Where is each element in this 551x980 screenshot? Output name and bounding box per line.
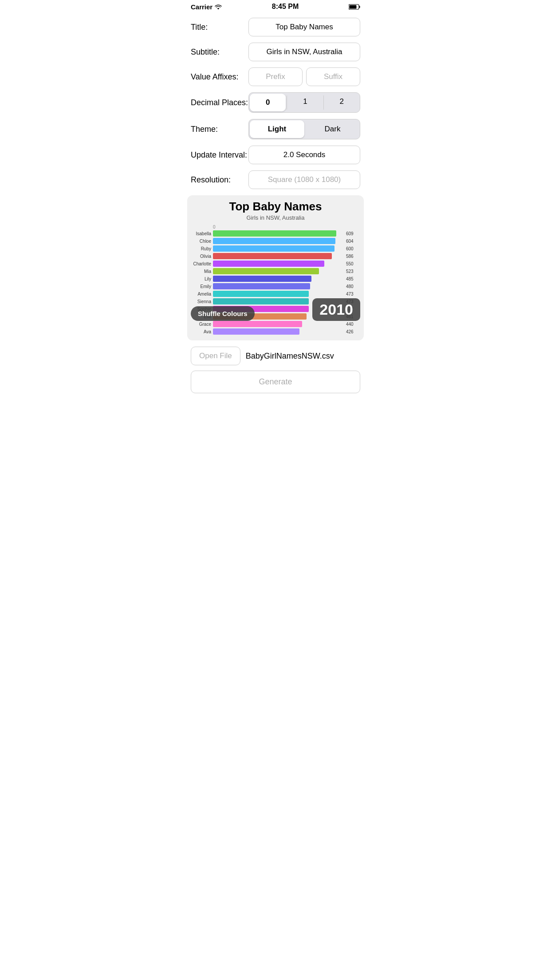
subtitle-label: Subtitle: xyxy=(191,47,248,57)
bar-value: 523 xyxy=(346,269,358,274)
decimal-option-0[interactable]: 0 xyxy=(250,94,286,111)
bar-label: Charlotte xyxy=(190,261,213,266)
bar-label: Lily xyxy=(190,277,213,281)
battery-icon xyxy=(349,4,360,10)
update-interval-row: Update Interval: xyxy=(191,146,360,164)
generate-button[interactable]: Generate xyxy=(191,371,360,393)
bar-track xyxy=(213,283,345,289)
bar-value: 440 xyxy=(346,322,358,327)
carrier-wifi: Carrier xyxy=(191,3,222,11)
update-interval-input[interactable] xyxy=(248,146,360,164)
bar-row: Amelia 473 xyxy=(190,291,358,297)
bar-row: Ava 426 xyxy=(190,328,358,335)
resolution-row: Resolution: xyxy=(191,170,360,189)
bar-fill xyxy=(213,298,309,304)
year-badge: 2010 xyxy=(312,298,360,321)
bar-row: Mia 523 xyxy=(190,268,358,274)
filename-label: BabyGirlNamesNSW.csv xyxy=(246,352,334,361)
bar-track xyxy=(213,253,345,259)
decimal-option-1[interactable]: 1 xyxy=(287,93,323,112)
affixes-row: Value Affixes: Prefix Suffix xyxy=(191,67,360,86)
bar-track xyxy=(213,245,345,252)
decimal-row: Decimal Places: 0 1 2 xyxy=(191,92,360,113)
theme-dark-button[interactable]: Dark xyxy=(305,119,360,139)
bar-fill xyxy=(213,261,324,267)
decimal-segmented: 0 1 2 xyxy=(248,92,360,113)
status-bar: Carrier 8:45 PM xyxy=(184,0,367,12)
generate-row: Generate xyxy=(184,368,367,402)
bar-fill xyxy=(213,328,299,335)
bar-track xyxy=(213,230,345,237)
bar-row: Charlotte 550 xyxy=(190,261,358,267)
bar-fill xyxy=(213,245,335,252)
bar-value: 550 xyxy=(346,261,358,266)
affixes-controls: Prefix Suffix xyxy=(248,67,360,86)
bar-track xyxy=(213,238,345,244)
chart-subtitle: Girls in NSW, Australia xyxy=(190,214,361,221)
resolution-input[interactable] xyxy=(248,170,360,189)
subtitle-row: Subtitle: xyxy=(191,43,360,61)
subtitle-input[interactable] xyxy=(248,43,360,61)
suffix-button[interactable]: Suffix xyxy=(306,67,360,86)
bar-row: Isabella 609 xyxy=(190,230,358,237)
bar-value: 586 xyxy=(346,254,358,259)
bar-fill xyxy=(213,283,310,289)
bar-row: Ruby 600 xyxy=(190,245,358,252)
bar-value: 426 xyxy=(346,329,358,334)
bar-value: 473 xyxy=(346,292,358,296)
bar-fill xyxy=(213,321,302,327)
bar-row: Grace 440 xyxy=(190,321,358,327)
chart-preview: Top Baby Names Girls in NSW, Australia 0… xyxy=(187,195,364,340)
title-input[interactable] xyxy=(248,18,360,36)
bar-row: Emily 480 xyxy=(190,283,358,289)
bottom-row: Open File BabyGirlNamesNSW.csv xyxy=(184,340,367,368)
bar-fill xyxy=(213,276,311,282)
bar-fill xyxy=(213,238,335,244)
theme-label: Theme: xyxy=(191,125,248,134)
open-file-button[interactable]: Open File xyxy=(191,347,240,365)
status-time: 8:45 PM xyxy=(272,3,299,11)
resolution-label: Resolution: xyxy=(191,175,248,185)
decimal-option-2[interactable]: 2 xyxy=(324,93,360,112)
bar-value: 604 xyxy=(346,239,358,244)
bar-fill xyxy=(213,230,336,237)
bar-label: Olivia xyxy=(190,254,213,259)
bar-value: 480 xyxy=(346,284,358,289)
decimal-label: Decimal Places: xyxy=(191,98,248,107)
bar-fill xyxy=(213,291,309,297)
bar-label: Sienna xyxy=(190,299,213,304)
bar-label: Emily xyxy=(190,284,213,289)
theme-light-button[interactable]: Light xyxy=(250,120,304,138)
settings-form: Title: Subtitle: Value Affixes: Prefix S… xyxy=(184,12,367,189)
bar-label: Grace xyxy=(190,322,213,327)
bar-label: Ruby xyxy=(190,246,213,251)
update-interval-label: Update Interval: xyxy=(191,150,248,160)
bar-value: 600 xyxy=(346,246,358,251)
chart-title: Top Baby Names xyxy=(190,200,361,213)
bar-fill xyxy=(213,268,319,274)
bar-label: Chloe xyxy=(190,239,213,244)
bar-label: Isabella xyxy=(190,231,213,236)
title-row: Title: xyxy=(191,18,360,36)
prefix-button[interactable]: Prefix xyxy=(248,67,303,86)
theme-row: Theme: Light Dark xyxy=(191,119,360,139)
bar-fill xyxy=(213,253,332,259)
shuffle-colours-button[interactable]: Shuffle Colours xyxy=(191,306,255,321)
bar-track xyxy=(213,291,345,297)
svg-rect-2 xyxy=(349,5,356,8)
bar-value: 609 xyxy=(346,231,358,236)
bar-track xyxy=(213,268,345,274)
wifi-icon xyxy=(215,4,222,9)
bar-track xyxy=(213,321,345,327)
affixes-label: Value Affixes: xyxy=(191,72,248,82)
title-label: Title: xyxy=(191,23,248,32)
bar-row: Olivia 586 xyxy=(190,253,358,259)
chart-zero-label: 0 xyxy=(190,225,361,229)
theme-toggle: Light Dark xyxy=(248,119,360,139)
bar-value: 485 xyxy=(346,277,358,281)
bar-label: Ava xyxy=(190,329,213,334)
bar-track xyxy=(213,328,345,335)
bar-row: Chloe 604 xyxy=(190,238,358,244)
bar-label: Amelia xyxy=(190,292,213,296)
svg-rect-1 xyxy=(359,6,360,8)
